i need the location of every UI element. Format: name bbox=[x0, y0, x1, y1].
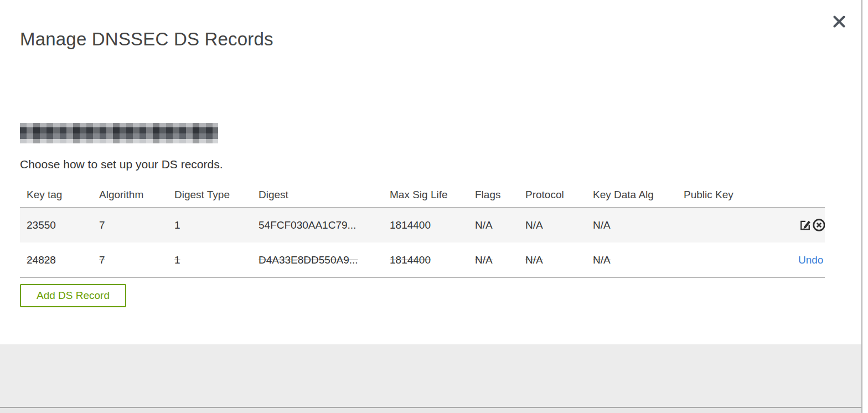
cell-protocol: N/A bbox=[519, 208, 586, 243]
column-header-flags: Flags bbox=[468, 183, 519, 208]
delete-record-button[interactable] bbox=[812, 218, 825, 232]
cell-key-tag: 24828 bbox=[20, 242, 92, 278]
column-header-key-data-alg: Key Data Alg bbox=[586, 183, 677, 208]
cell-max-sig-life: 1814400 bbox=[383, 208, 468, 243]
cell-key-data-alg: N/A bbox=[586, 208, 677, 243]
cell-public-key bbox=[677, 208, 792, 243]
dnssec-dialog: Manage DNSSEC DS Records Choose how to s… bbox=[0, 0, 862, 413]
column-header-max-sig-life: Max Sig Life bbox=[383, 183, 468, 208]
column-header-key-tag: Key tag bbox=[20, 183, 92, 208]
cell-digest-type: 1 bbox=[168, 208, 252, 243]
column-header-algorithm: Algorithm bbox=[92, 183, 168, 208]
cell-key-tag: 23550 bbox=[20, 208, 92, 243]
edit-icon bbox=[799, 225, 812, 233]
cell-key-data-alg: N/A bbox=[586, 242, 677, 278]
cell-digest-type: 1 bbox=[168, 242, 252, 278]
ds-record-row: 23550 7 1 54FCF030AA1C79... 1814400 N/A … bbox=[20, 208, 825, 243]
cell-public-key bbox=[677, 242, 792, 278]
close-icon bbox=[831, 23, 848, 32]
edit-record-button[interactable] bbox=[799, 219, 812, 231]
redacted-domain-block bbox=[20, 123, 218, 143]
add-ds-record-button[interactable]: Add DS Record bbox=[20, 284, 126, 307]
page-title: Manage DNSSEC DS Records bbox=[20, 29, 273, 50]
column-header-protocol: Protocol bbox=[519, 183, 586, 208]
cell-flags: N/A bbox=[468, 242, 519, 278]
dialog-footer: Save Cancel bbox=[0, 344, 861, 407]
ds-record-row-deleted: 24828 7 1 D4A33E8DD550A9... 1814400 N/A … bbox=[20, 242, 825, 278]
cell-max-sig-life: 1814400 bbox=[383, 242, 468, 278]
viewport-bottom-edge bbox=[0, 407, 861, 413]
cell-digest: 54FCF030AA1C79... bbox=[252, 208, 383, 243]
column-header-digest-type: Digest Type bbox=[168, 183, 252, 208]
row-actions: Undo bbox=[792, 242, 825, 278]
table-header-row: Key tag Algorithm Digest Type Digest Max… bbox=[20, 183, 825, 208]
cell-flags: N/A bbox=[468, 208, 519, 243]
column-header-public-key: Public Key bbox=[677, 183, 792, 208]
cell-protocol: N/A bbox=[519, 242, 586, 278]
cell-algorithm: 7 bbox=[92, 242, 168, 278]
delete-icon bbox=[812, 225, 825, 234]
setup-instruction-text: Choose how to set up your DS records. bbox=[20, 158, 223, 171]
undo-link[interactable]: Undo bbox=[798, 254, 823, 266]
row-actions bbox=[792, 208, 825, 243]
ds-records-table: Key tag Algorithm Digest Type Digest Max… bbox=[20, 183, 825, 278]
column-header-digest: Digest bbox=[252, 183, 383, 208]
cell-digest: D4A33E8DD550A9... bbox=[252, 242, 383, 278]
cell-algorithm: 7 bbox=[92, 208, 168, 243]
close-button[interactable] bbox=[830, 12, 849, 31]
column-header-actions bbox=[792, 183, 825, 208]
